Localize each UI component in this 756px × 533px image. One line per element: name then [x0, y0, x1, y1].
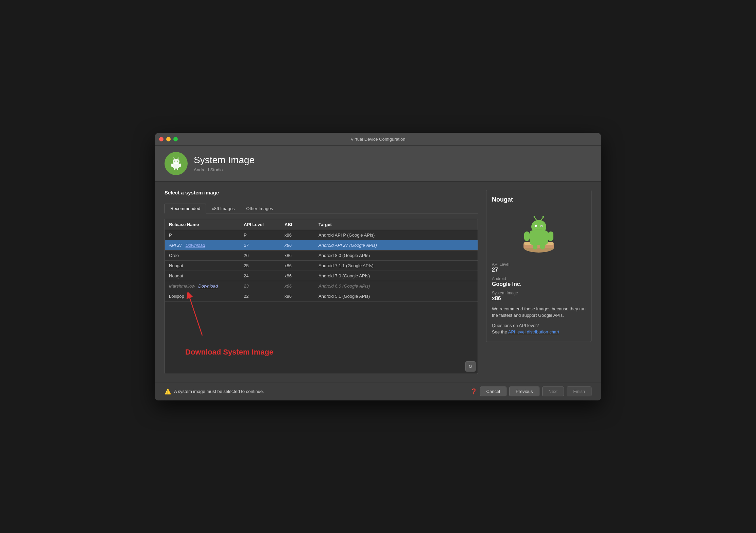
cell-release-name: Oreo: [169, 253, 244, 258]
table-row[interactable]: API 27 Download 27 x86 Android API 27 (G…: [165, 240, 478, 251]
svg-rect-31: [535, 229, 542, 229]
svg-rect-8: [179, 164, 181, 167]
system-image-field: System Image x86: [492, 291, 586, 302]
previous-button[interactable]: Previous: [509, 386, 539, 396]
traffic-lights: [159, 137, 178, 141]
system-image-table: Release Name API Level ABI Target P P x8…: [165, 219, 478, 374]
refresh-button[interactable]: ↻: [465, 361, 476, 372]
info-description: We recommend these images because they r…: [492, 306, 586, 319]
system-image-value: x86: [492, 295, 586, 302]
android-value: Google Inc.: [492, 281, 586, 287]
download-link[interactable]: Download: [186, 243, 205, 248]
svg-rect-29: [540, 243, 545, 250]
cell-release-name: P: [169, 233, 244, 238]
svg-rect-27: [548, 231, 553, 241]
table-header: Release Name API Level ABI Target: [165, 219, 478, 230]
table-row[interactable]: Nougat 25 x86 Android 7.1.1 (Google APIs…: [165, 261, 478, 271]
cell-abi: x86: [285, 273, 319, 278]
svg-rect-30: [531, 232, 547, 242]
window: Virtual Device Configuration: [155, 133, 601, 400]
cell-api-level: 24: [244, 273, 285, 278]
cell-abi: x86: [285, 294, 319, 299]
table-body: P P x86 Android API P (Google APIs) API …: [165, 230, 478, 332]
col-abi: ABI: [285, 222, 319, 227]
cell-api-level: P: [244, 233, 285, 238]
refresh-area: ↻: [165, 359, 478, 374]
col-target: Target: [319, 222, 474, 227]
cell-target: Android 7.0 (Google APIs): [319, 273, 474, 278]
table-row[interactable]: Lollipop 22 x86 Android 5.1 (Google APIs…: [165, 291, 478, 302]
help-icon[interactable]: ❓: [470, 388, 477, 395]
cell-target: Android 8.0 (Google APIs): [319, 253, 474, 258]
maximize-button[interactable]: [173, 137, 178, 141]
download-link[interactable]: Download: [198, 283, 218, 289]
svg-point-24: [534, 216, 535, 218]
right-panel: Nougat: [486, 190, 591, 374]
main-content: Select a system image Recommended x86 Im…: [155, 182, 601, 382]
section-title: Select a system image: [165, 190, 478, 195]
svg-point-17: [531, 220, 546, 234]
api-distribution-link[interactable]: API level distribution chart: [508, 329, 559, 334]
cell-api-level: 26: [244, 253, 285, 258]
header: System Image Android Studio: [155, 146, 601, 182]
download-system-image-label: Download System Image: [185, 348, 273, 357]
system-image-label: System Image: [492, 291, 586, 295]
tab-other-images[interactable]: Other Images: [240, 204, 279, 213]
cell-release-name: Nougat: [169, 263, 244, 268]
cell-abi: x86: [285, 243, 319, 248]
left-panel: Select a system image Recommended x86 Im…: [165, 190, 478, 374]
cell-api-level: 27: [244, 243, 285, 248]
close-button[interactable]: [159, 137, 164, 141]
cell-abi: x86: [285, 233, 319, 238]
cell-abi: x86: [285, 283, 319, 289]
android-field: Android Google Inc.: [492, 276, 586, 287]
cell-target: Android 5.1 (Google APIs): [319, 294, 474, 299]
cell-release-name: Lollipop: [169, 294, 244, 299]
see-label: See the: [492, 329, 507, 334]
svg-point-2: [173, 159, 179, 164]
svg-point-4: [177, 160, 178, 161]
tabs: Recommended x86 Images Other Images: [165, 204, 478, 213]
cell-release-name: API 27 Download: [169, 243, 244, 248]
titlebar: Virtual Device Configuration: [155, 133, 601, 146]
svg-point-21: [541, 225, 542, 226]
svg-rect-7: [171, 164, 173, 167]
cell-release-name: Marshmallow Download: [169, 283, 244, 289]
col-release-name: Release Name: [169, 222, 244, 227]
svg-rect-10: [177, 168, 178, 170]
page-subtitle: Android Studio: [194, 167, 255, 172]
tab-x86-images[interactable]: x86 Images: [206, 204, 240, 213]
minimize-button[interactable]: [166, 137, 171, 141]
tab-recommended[interactable]: Recommended: [165, 204, 206, 213]
footer: ⚠️ A system image must be selected to co…: [155, 382, 601, 400]
svg-point-20: [536, 225, 537, 226]
finish-button[interactable]: Finish: [567, 386, 591, 396]
api-level-value: 27: [492, 267, 586, 273]
nougat-android-image: [517, 212, 561, 256]
android-logo: [165, 152, 188, 175]
table-row[interactable]: P P x86 Android API P (Google APIs): [165, 230, 478, 240]
next-button[interactable]: Next: [542, 386, 564, 396]
table-row[interactable]: Marshmallow Download 23 x86 Android 6.0 …: [165, 281, 478, 291]
api-level-label: API Level: [492, 262, 586, 267]
android-studio-icon: [168, 155, 184, 172]
col-api-level: API Level: [244, 222, 285, 227]
table-row[interactable]: Nougat 24 x86 Android 7.0 (Google APIs): [165, 271, 478, 281]
api-level-field: API Level 27: [492, 262, 586, 273]
error-icon: ⚠️: [165, 388, 171, 395]
info-title: Nougat: [492, 196, 586, 207]
cancel-button[interactable]: Cancel: [480, 386, 506, 396]
table-row[interactable]: Oreo 26 x86 Android 8.0 (Google APIs): [165, 251, 478, 261]
nougat-figure: [492, 212, 586, 257]
cell-api-level: 25: [244, 263, 285, 268]
cell-abi: x86: [285, 253, 319, 258]
page-title: System Image: [194, 154, 255, 166]
cell-abi: x86: [285, 263, 319, 268]
cell-target: Android 6.0 (Google APIs): [319, 283, 474, 289]
android-label: Android: [492, 276, 586, 281]
svg-point-3: [174, 160, 175, 161]
api-question-text: Questions on API level?: [492, 323, 539, 328]
svg-rect-26: [524, 231, 530, 241]
window-title: Virtual Device Configuration: [351, 137, 406, 142]
nav-buttons: ❓ Cancel Previous Next Finish: [470, 386, 591, 396]
